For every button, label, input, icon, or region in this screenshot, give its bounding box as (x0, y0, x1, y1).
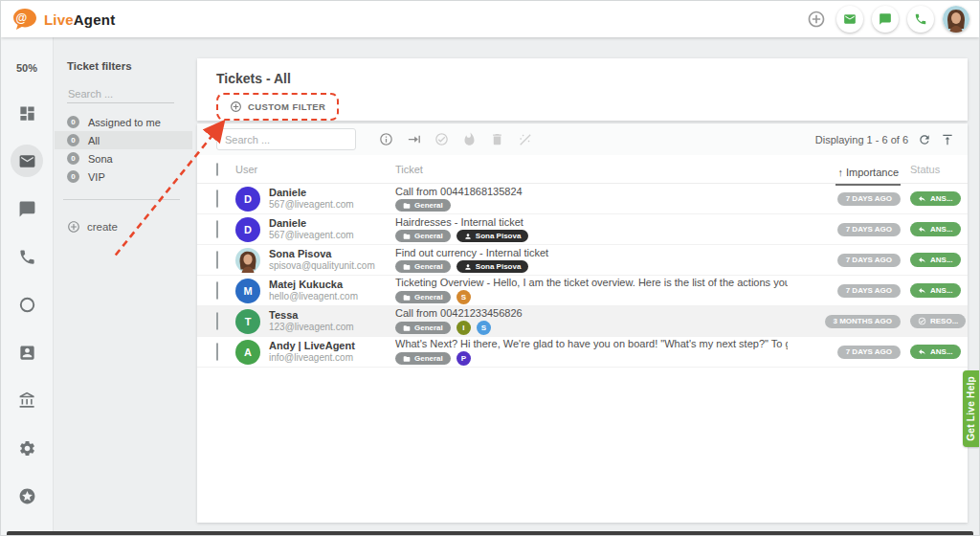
agent-badge: Sona Pisova (457, 230, 529, 242)
sidebar-item-dashboard[interactable] (11, 97, 43, 129)
get-live-help-tab[interactable]: Get Live Help (963, 370, 979, 447)
filter-count-badge: 0 (67, 152, 79, 165)
filter-item-all[interactable]: 0All (55, 131, 192, 149)
user-name: Daniele (269, 217, 354, 230)
sidebar-item-upgrade[interactable] (11, 480, 43, 512)
app-window: @ LiveAgent 50% Ticket filters (0, 0, 980, 536)
filter-count-badge: 0 (67, 134, 79, 146)
left-icon-rail: 50% (1, 37, 54, 535)
reply-icon (918, 347, 926, 356)
forward-icon (407, 132, 421, 146)
create-filter-button[interactable]: create (67, 220, 192, 234)
row-checkbox[interactable] (216, 251, 218, 269)
collapse-top-icon[interactable] (941, 133, 954, 146)
new-email-button[interactable] (836, 6, 863, 33)
ring-icon (18, 296, 36, 314)
sidebar-item-knowledge-base[interactable] (11, 384, 43, 416)
window-bottom-edge (7, 531, 973, 535)
status-badge: ANS... (910, 222, 961, 236)
agent-badge: Sona Pisova (457, 260, 529, 273)
filter-item-sona[interactable]: 0Sona (55, 149, 192, 168)
row-checkbox[interactable] (216, 281, 218, 300)
importance-badge: 7 DAYS AGO (837, 284, 901, 298)
ticket-row[interactable]: DDaniele567@liveagent.comCall from 00441… (197, 184, 968, 214)
filter-list: 0Assigned to me0All0Sona0VIP (55, 113, 192, 186)
user-email: info@liveagent.com (269, 352, 355, 364)
bank-icon (18, 391, 36, 410)
forward-button[interactable] (407, 132, 421, 146)
ticket-badges: GeneralIS (395, 321, 788, 335)
refresh-icon[interactable] (918, 133, 931, 146)
new-chat-button[interactable] (872, 6, 899, 33)
toolbar-right: Displaying 1 - 6 of 6 (815, 133, 954, 146)
logo-bubble-icon: @ (12, 8, 37, 31)
sidebar-item-settings[interactable] (11, 432, 43, 464)
select-all-checkbox[interactable] (216, 163, 218, 176)
ticket-row[interactable]: TTessa123@liveagent.comCall from 0042123… (197, 306, 968, 337)
filter-item-assigned-to-me[interactable]: 0Assigned to me (55, 113, 192, 131)
folder-icon (403, 294, 411, 302)
plus-circle-icon (230, 100, 242, 113)
sidebar-item-calls[interactable] (11, 240, 43, 273)
star-circle-icon (18, 487, 36, 505)
new-call-button[interactable] (907, 6, 934, 33)
avatar: A (235, 340, 260, 365)
department-badge: General (395, 352, 451, 365)
flame-button[interactable] (462, 132, 477, 146)
ticket-row[interactable]: Sona Pisovaspisova@qualityunit.comFind o… (197, 245, 968, 276)
folder-icon (403, 263, 411, 271)
avatar-photo (943, 6, 969, 33)
user-name: Tessa (269, 309, 354, 322)
wand-button[interactable] (518, 132, 532, 146)
sidebar-item-contacts[interactable] (11, 336, 43, 368)
sidebar-item-social[interactable] (11, 288, 43, 321)
filter-item-vip[interactable]: 0VIP (55, 168, 192, 186)
tickets-search-input[interactable] (216, 128, 356, 150)
ticket-badges: GeneralP (395, 351, 788, 366)
user-email: 567@liveagent.com (269, 199, 354, 211)
importance-badge: 7 DAYS AGO (837, 223, 901, 236)
user-avatar[interactable] (943, 6, 969, 33)
liveagent-logo[interactable]: @ LiveAgent (12, 8, 115, 31)
phone-icon (914, 12, 927, 26)
add-new-button[interactable] (805, 8, 828, 31)
tickets-list-card: Displaying 1 - 6 of 6 User Ticket ↑Impor… (197, 123, 968, 523)
column-ticket: Ticket (395, 164, 788, 175)
sidebar-item-chats[interactable] (11, 192, 43, 225)
importance-badge: 7 DAYS AGO (837, 254, 901, 267)
tag-badge: S (477, 321, 491, 335)
filters-search-input[interactable] (67, 85, 174, 103)
user-name: Andy | LiveAgent (269, 340, 355, 352)
row-checkbox[interactable] (216, 220, 218, 238)
info-button[interactable] (379, 132, 393, 146)
column-importance[interactable]: ↑Importance (835, 161, 901, 186)
row-checkbox[interactable] (216, 190, 218, 208)
sort-ascending-icon: ↑ (837, 167, 843, 178)
row-checkbox[interactable] (216, 343, 218, 361)
row-checkbox[interactable] (216, 312, 218, 330)
avatar: T (235, 309, 260, 334)
reply-icon (918, 286, 926, 295)
sidebar-item-tickets[interactable] (11, 145, 43, 177)
reply-icon (918, 194, 926, 203)
user-name: Daniele (269, 187, 354, 199)
department-badge: General (395, 199, 451, 212)
importance-badge: 7 DAYS AGO (837, 346, 901, 359)
rail-icons (11, 97, 43, 512)
column-status[interactable]: Status (910, 164, 940, 175)
chat-icon (18, 200, 36, 218)
ticket-badges: General (395, 199, 788, 212)
check-circle-button[interactable] (434, 132, 449, 146)
divider (63, 199, 180, 200)
ticket-badges: GeneralS (395, 290, 788, 304)
custom-filter-button[interactable]: CUSTOM FILTER (216, 93, 339, 121)
ticket-row[interactable]: AAndy | LiveAgentinfo@liveagent.comWhat'… (197, 337, 968, 368)
trash-button[interactable] (490, 132, 504, 146)
user-email: 123@liveagent.com (269, 322, 354, 333)
ticket-row[interactable]: DDaniele567@liveagent.comHairdresses - I… (197, 214, 968, 245)
ticket-filters-panel: Ticket filters 0Assigned to me0All0Sona0… (55, 37, 192, 535)
ticket-row[interactable]: MMatej Kukuckahello@liveagent.comTicketi… (197, 276, 968, 306)
page-title: Tickets - All (197, 58, 968, 86)
top-bar: @ LiveAgent (1, 1, 979, 37)
department-badge: General (395, 291, 451, 303)
